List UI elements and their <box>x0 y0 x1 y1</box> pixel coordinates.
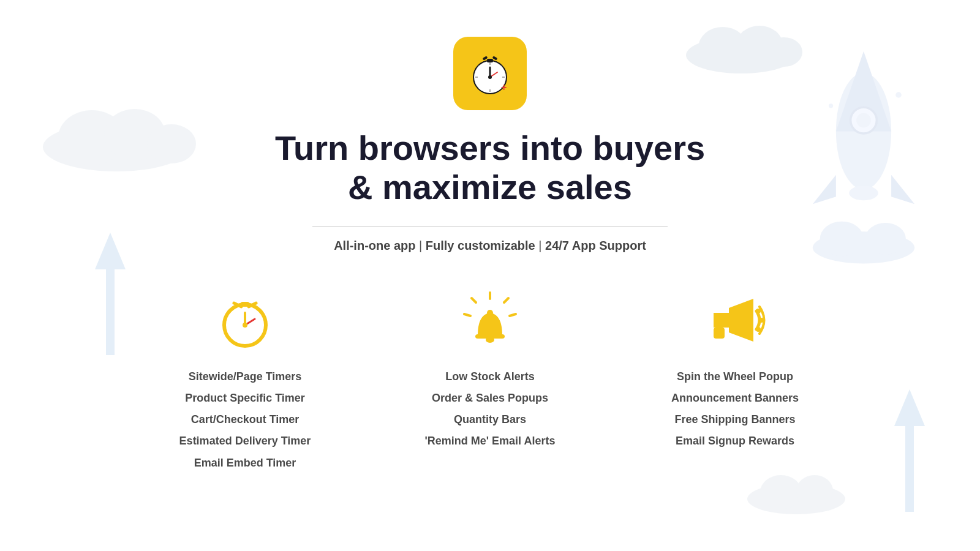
svg-marker-54 <box>714 313 729 328</box>
timers-feature-list: Sitewide/Page Timers Product Specific Ti… <box>179 369 311 477</box>
feature-item: Order & Sales Popups <box>425 391 556 406</box>
feature-item: Sitewide/Page Timers <box>179 369 311 384</box>
svg-rect-27 <box>487 59 493 62</box>
svg-point-36 <box>488 75 492 79</box>
svg-point-24 <box>796 475 833 507</box>
feature-item: Email Embed Timer <box>179 455 311 471</box>
svg-line-46 <box>472 298 476 302</box>
headline-line2: & maximize sales <box>348 168 632 206</box>
svg-point-59 <box>756 327 761 332</box>
feature-item: Quantity Bars <box>425 412 556 427</box>
svg-point-51 <box>487 310 493 316</box>
feature-item: Free Shipping Banners <box>671 412 799 427</box>
feature-col-alerts: Low Stock Alerts Order & Sales Popups Qu… <box>392 290 588 477</box>
feature-item: Announcement Banners <box>671 391 799 406</box>
svg-line-48 <box>464 314 470 316</box>
feature-item: Email Signup Rewards <box>671 433 799 449</box>
app-icon: + <box>453 37 527 110</box>
headline-line1: Turn browsers into buyers <box>275 129 705 167</box>
svg-point-44 <box>243 323 247 328</box>
feature-item: Low Stock Alerts <box>425 369 556 384</box>
subtitle: All-in-one app | Fully customizable | 24… <box>334 239 646 253</box>
svg-text:+: + <box>501 82 507 92</box>
main-content: + Turn browsers into buyers & maximize s… <box>0 0 980 477</box>
feature-item: Estimated Delivery Timer <box>179 433 311 449</box>
alert-bell-icon <box>459 290 521 351</box>
svg-point-57 <box>756 309 761 313</box>
feature-item: Spin the Wheel Popup <box>671 369 799 384</box>
features-row: Sitewide/Page Timers Product Specific Ti… <box>123 290 858 477</box>
svg-rect-56 <box>714 328 725 339</box>
feature-item: Cart/Checkout Timer <box>179 412 311 427</box>
svg-line-47 <box>504 298 508 302</box>
marketing-feature-list: Spin the Wheel Popup Announcement Banner… <box>671 369 799 455</box>
stopwatch-icon <box>214 290 276 351</box>
svg-rect-53 <box>486 336 494 340</box>
headline: Turn browsers into buyers & maximize sal… <box>275 129 705 208</box>
svg-point-58 <box>759 318 764 323</box>
feature-col-marketing: Spin the Wheel Popup Announcement Banner… <box>637 290 833 477</box>
svg-line-49 <box>510 314 516 316</box>
svg-marker-55 <box>729 299 753 342</box>
svg-point-23 <box>760 475 802 509</box>
headline-divider <box>312 226 668 227</box>
app-icon-svg: + <box>466 49 514 98</box>
megaphone-icon <box>704 290 766 351</box>
alerts-feature-list: Low Stock Alerts Order & Sales Popups Qu… <box>425 369 556 455</box>
feature-col-timers: Sitewide/Page Timers Product Specific Ti… <box>147 290 343 477</box>
feature-item: Product Specific Timer <box>179 391 311 406</box>
feature-item: 'Remind Me' Email Alerts <box>425 433 556 449</box>
